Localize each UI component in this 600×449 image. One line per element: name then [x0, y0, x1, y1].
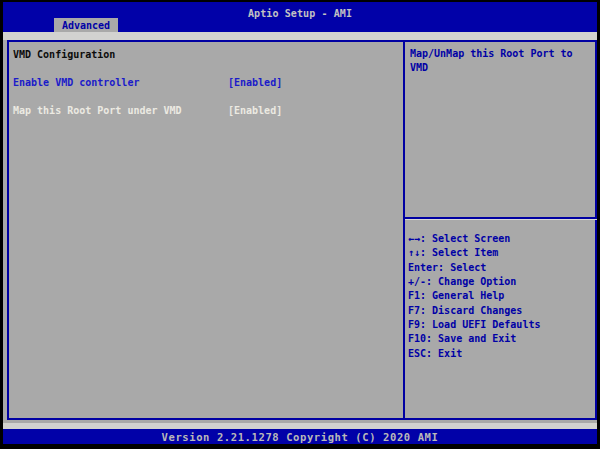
- option-row-map-root-port-under-vmd[interactable]: Map this Root Port under VMD [Enabled]: [3, 105, 401, 118]
- vertical-divider: [403, 40, 405, 420]
- option-value: [Enabled]: [228, 77, 282, 88]
- option-value: [Enabled]: [228, 105, 282, 116]
- help-key-discard-changes: F7: Discard Changes: [408, 304, 596, 318]
- help-description: Map/UnMap this Root Port to VMD: [410, 47, 592, 75]
- option-row-enable-vmd-controller[interactable]: Enable VMD controller [Enabled]: [3, 77, 401, 90]
- bios-screen: Aptio Setup - AMI Advanced VMD Configura…: [0, 0, 600, 449]
- option-label: Enable VMD controller: [13, 77, 139, 88]
- header-divider-strip: [3, 32, 597, 40]
- option-label: Map this Root Port under VMD: [13, 105, 182, 116]
- help-key-enter-select: Enter: Select: [408, 261, 596, 275]
- section-title: VMD Configuration: [13, 49, 115, 60]
- version-bar: Version 2.21.1278 Copyright (C) 2020 AMI: [3, 429, 597, 444]
- version-text: Version 2.21.1278 Copyright (C) 2020 AMI: [3, 431, 597, 443]
- help-panel-divider-highlight: [405, 219, 597, 220]
- help-key-esc-exit: ESC: Exit: [408, 347, 596, 361]
- main-area: VMD Configuration Enable VMD controller …: [3, 40, 597, 429]
- panel-border: [7, 40, 597, 420]
- tab-advanced[interactable]: Advanced: [54, 18, 118, 33]
- help-key-general-help: F1: General Help: [408, 289, 596, 303]
- help-key-load-uefi-defaults: F9: Load UEFI Defaults: [408, 318, 596, 332]
- help-key-save-and-exit: F10: Save and Exit: [408, 332, 596, 346]
- help-key-select-item: ↑↓: Select Item: [408, 246, 596, 260]
- help-key-change-option: +/-: Change Option: [408, 275, 596, 289]
- help-key-list: ←→: Select Screen ↑↓: Select Item Enter:…: [408, 232, 596, 361]
- help-key-select-screen: ←→: Select Screen: [408, 232, 596, 246]
